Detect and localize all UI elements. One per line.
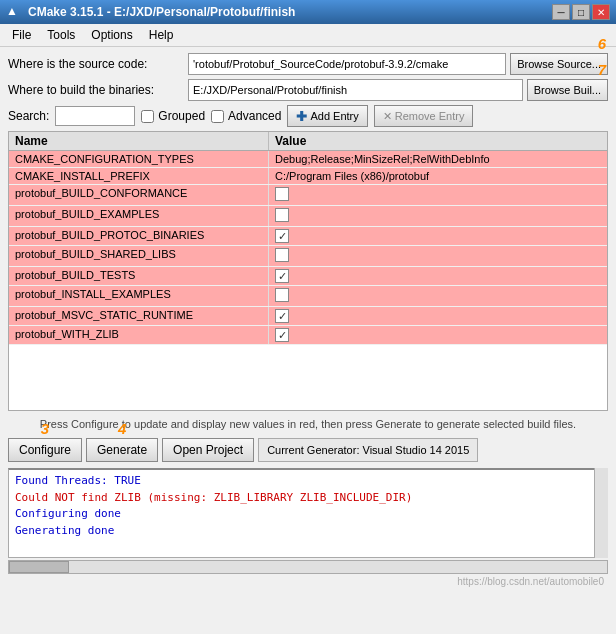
minimize-button[interactable]: ─ [552,4,570,20]
add-icon: ✚ [296,109,307,124]
menu-options[interactable]: Options [83,26,140,44]
generator-value: Visual Studio 14 2015 [363,444,470,456]
cell-name: protobuf_MSVC_STATIC_RUNTIME [9,307,269,325]
name-column-header: Name [9,132,269,150]
table-row: protobuf_BUILD_SHARED_LIBS [9,246,607,267]
window-title: CMake 3.15.1 - E:/JXD/Personal/Protobuf/… [28,5,552,19]
generator-label: Current Generator: Visual Studio 14 2015 [258,438,478,462]
open-project-button[interactable]: Open Project [162,438,254,462]
app-icon: ▲ [6,4,22,20]
generate-button[interactable]: Generate [86,438,158,462]
advanced-label: Advanced [228,109,281,123]
table-row: CMAKE_INSTALL_PREFIXC:/Program Files (x8… [9,168,607,185]
cell-name: protobuf_WITH_ZLIB [9,326,269,344]
log-line: Could NOT find ZLIB (missing: ZLIB_LIBRA… [15,490,601,507]
table-row: protobuf_BUILD_TESTS [9,267,607,286]
cell-name: protobuf_BUILD_EXAMPLES [9,206,269,226]
source-label: Where is the source code: [8,57,188,71]
advanced-checkbox-group: Advanced [211,109,281,123]
checkbox-cell[interactable] [275,248,289,262]
advanced-checkbox[interactable] [211,110,224,123]
cell-value [269,326,607,344]
h-scrollbar[interactable] [8,560,608,574]
cell-name: protobuf_BUILD_SHARED_LIBS [9,246,269,266]
browse-build-button[interactable]: Browse Buil... [527,79,608,101]
close-button[interactable]: ✕ [592,4,610,20]
checkbox-cell[interactable] [275,288,289,302]
table-row: protobuf_BUILD_EXAMPLES [9,206,607,227]
add-entry-label: Add Entry [310,110,358,122]
table-body: CMAKE_CONFIGURATION_TYPESDebug;Release;M… [9,151,607,345]
number-6-badge: 6 [598,35,606,52]
build-row: Where to build the binaries: 7 Browse Bu… [8,79,608,101]
number-4-badge: 4 [118,420,126,437]
log-line: Found Threads: TRUE [15,473,601,490]
cell-name: protobuf_BUILD_PROTOC_BINARIES [9,227,269,245]
log-line: Configuring done [15,506,601,523]
cell-value [269,307,607,325]
table-header: Name Value [9,132,607,151]
bottom-buttons: 3 Configure 4 Generate Open Project Curr… [8,438,608,462]
number-3-badge: 3 [41,420,49,437]
cell-value [269,267,607,285]
cell-value: Debug;Release;MinSizeRel;RelWithDebInfo [269,151,607,167]
checkbox-cell[interactable] [275,208,289,222]
maximize-button[interactable]: □ [572,4,590,20]
log-line: Generating done [15,523,601,540]
grouped-checkbox[interactable] [141,110,154,123]
cell-name: CMAKE_INSTALL_PREFIX [9,168,269,184]
cell-value [269,286,607,306]
checkbox-cell[interactable] [275,328,289,342]
checkbox-cell[interactable] [275,229,289,243]
h-scroll-thumb[interactable] [9,561,69,573]
h-scroll-area [8,560,608,574]
menu-tools[interactable]: Tools [39,26,83,44]
log-area[interactable]: Found Threads: TRUECould NOT find ZLIB (… [8,468,608,558]
cell-value: C:/Program Files (x86)/protobuf [269,168,607,184]
table-row: protobuf_BUILD_CONFORMANCE [9,185,607,206]
table-row: protobuf_BUILD_PROTOC_BINARIES [9,227,607,246]
search-toolbar: Search: Grouped Advanced ✚ Add Entry ✕ R… [8,105,608,127]
checkbox-cell[interactable] [275,269,289,283]
cell-value [269,246,607,266]
cell-name: CMAKE_CONFIGURATION_TYPES [9,151,269,167]
cell-name: protobuf_INSTALL_EXAMPLES [9,286,269,306]
watermark: https://blog.csdn.net/automobile0 [8,574,608,589]
remove-entry-button[interactable]: ✕ Remove Entry [374,105,474,127]
cell-value [269,206,607,226]
generator-prefix: Current Generator: [267,444,359,456]
menu-file[interactable]: File [4,26,39,44]
build-label: Where to build the binaries: [8,83,188,97]
table-row: protobuf_MSVC_STATIC_RUNTIME [9,307,607,326]
table-row: protobuf_WITH_ZLIB [9,326,607,345]
browse-source-button[interactable]: Browse Source... [510,53,608,75]
log-scrollbar[interactable] [594,468,608,558]
entries-table[interactable]: Name Value CMAKE_CONFIGURATION_TYPESDebu… [8,131,608,411]
main-content: Where is the source code: 6 Browse Sourc… [0,47,616,595]
value-column-header: Value [269,132,607,150]
configure-button[interactable]: Configure [8,438,82,462]
remove-icon: ✕ [383,110,392,123]
build-input[interactable] [188,79,523,101]
remove-entry-label: Remove Entry [395,110,465,122]
grouped-label: Grouped [158,109,205,123]
status-text: Press Configure to update and display ne… [8,417,608,432]
title-bar: ▲ CMake 3.15.1 - E:/JXD/Personal/Protobu… [0,0,616,24]
source-input[interactable] [188,53,506,75]
cell-value [269,227,607,245]
grouped-checkbox-group: Grouped [141,109,205,123]
search-label: Search: [8,109,49,123]
table-row: protobuf_INSTALL_EXAMPLES [9,286,607,307]
checkbox-cell[interactable] [275,309,289,323]
menu-help[interactable]: Help [141,26,182,44]
search-input[interactable] [55,106,135,126]
log-container: Found Threads: TRUECould NOT find ZLIB (… [8,468,608,558]
cell-name: protobuf_BUILD_TESTS [9,267,269,285]
checkbox-cell[interactable] [275,187,289,201]
add-entry-button[interactable]: ✚ Add Entry [287,105,367,127]
cell-name: protobuf_BUILD_CONFORMANCE [9,185,269,205]
table-row: CMAKE_CONFIGURATION_TYPESDebug;Release;M… [9,151,607,168]
menu-bar: File Tools Options Help [0,24,616,47]
source-row: Where is the source code: 6 Browse Sourc… [8,53,608,75]
cell-value [269,185,607,205]
